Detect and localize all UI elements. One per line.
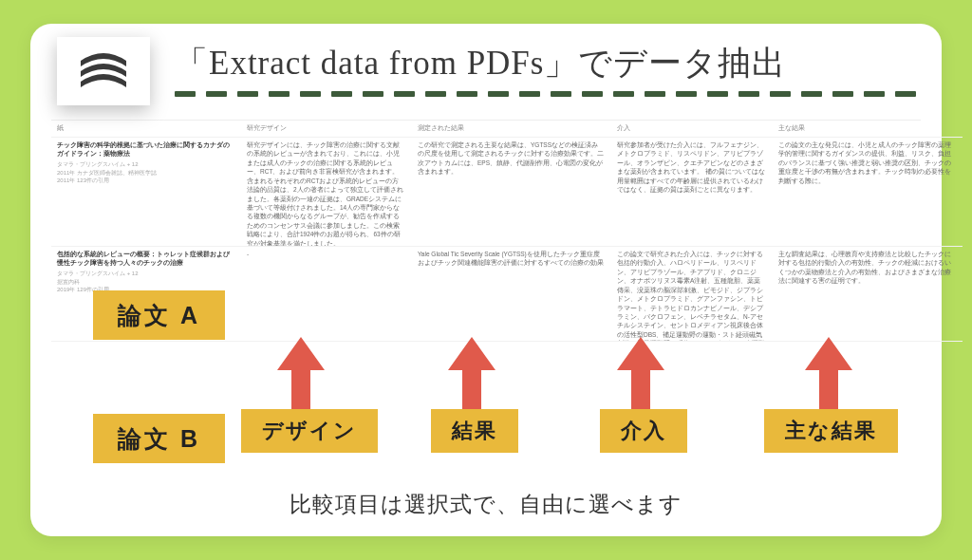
table-row-b-main: 主な調査結果は、心理教育や支持療法と比較したチックに対する包括的行動介入の有効性… bbox=[773, 247, 963, 342]
arrow-result bbox=[448, 337, 495, 420]
chip-intervention: 介入 bbox=[600, 409, 687, 453]
arrow-intervention bbox=[617, 337, 664, 420]
table-row-b-measures: Yale Global Tic Severity Scale (YGTSS)を使… bbox=[412, 247, 611, 342]
table-row-a-intervention: 研究参加者が受けた介入には、フルフェナジン、メトクロプラミド、リスペリドン、アリ… bbox=[611, 138, 773, 247]
table-row-b-intervention: この論文で研究された介入には、チックに対する包括的行動介入、ハロペリドール、リス… bbox=[611, 247, 773, 342]
col-header-design: 研究デザイン bbox=[241, 121, 412, 138]
title-wrap: 「Extract data from PDFs」でデータ抽出 bbox=[175, 41, 921, 85]
paper-a-meta: 2011年 123件の引用 bbox=[57, 177, 234, 185]
title-underline bbox=[175, 91, 921, 97]
main-card: 「Extract data from PDFs」でデータ抽出 紙 研究デザイン … bbox=[30, 24, 942, 536]
col-header-intervention: 介入 bbox=[611, 121, 773, 138]
col-header-main: 主な結果 bbox=[773, 121, 963, 138]
table-row-a-design: 研究デザインには、チック障害の治療に関する文献の系統的レビューが含まれており、こ… bbox=[241, 138, 412, 247]
page-title: 「Extract data from PDFs」でデータ抽出 bbox=[175, 41, 921, 85]
paper-a-sub: 2011年 カナダ医師会雑誌、精神医学誌 bbox=[57, 169, 234, 177]
caption-text: 比較項目は選択式で、自由に選べます bbox=[290, 490, 682, 519]
book-stack-icon bbox=[73, 47, 134, 95]
data-table-area: 紙 研究デザイン 測定された結果 介入 主な結果 チック障害の科学的根拠に基づい… bbox=[51, 120, 921, 357]
table-row-a-measures: この研究で測定される主要な結果は、YGTSSなどの検証済みの尺度を使用して測定さ… bbox=[412, 138, 611, 247]
table-row-b-design: - bbox=[241, 247, 412, 342]
paper-a-title: チック障害の科学的根拠に基づいた治療に関するカナダのガイドライン：薬物療法 bbox=[57, 140, 234, 159]
app-logo bbox=[57, 37, 150, 105]
table-row-a-paper: チック障害の科学的根拠に基づいた治療に関するカナダのガイドライン：薬物療法 タマ… bbox=[51, 138, 241, 247]
badge-paper-a: 論文 A bbox=[93, 290, 225, 340]
paper-b-author: タマラ・プリングスハイム + 12 bbox=[57, 270, 234, 278]
arrow-design bbox=[277, 337, 325, 420]
paper-a-author: タマラ・プリングスハイム + 12 bbox=[57, 160, 234, 169]
col-header-measures: 測定された結果 bbox=[412, 121, 611, 138]
chip-result: 結果 bbox=[431, 409, 518, 453]
badge-paper-b: 論文 B bbox=[93, 414, 225, 463]
col-header-paper: 紙 bbox=[51, 121, 241, 138]
paper-b-title: 包括的な系統的レビューの概要：トゥレット症候群および慢性チック障害を持つ人々のチ… bbox=[57, 250, 234, 268]
paper-b-sub: 据置内科 bbox=[57, 278, 234, 287]
chip-design: デザイン bbox=[241, 409, 378, 453]
table-row-a-main: この論文の主な発見には、小児と成人のチック障害の薬理学的管理に関するガイダンスの… bbox=[773, 138, 963, 247]
chip-main: 主な結果 bbox=[764, 409, 898, 453]
arrow-main bbox=[805, 337, 852, 420]
